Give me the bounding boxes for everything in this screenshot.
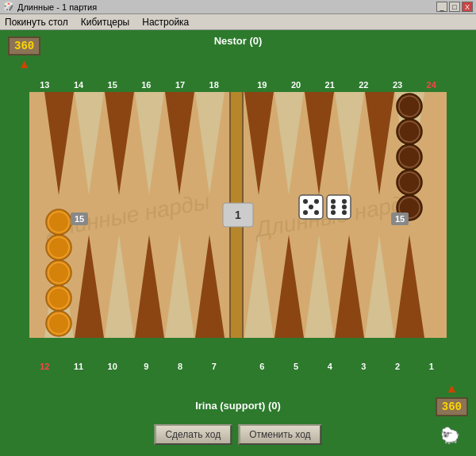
action-buttons: Сделать ход Отменить ход <box>154 424 321 445</box>
window-title: Длинные - 1 партия <box>17 2 97 12</box>
game-board[interactable]: Длинные нарды Длинные нарды 15 15 1 <box>29 92 447 338</box>
num-bottom-3: 3 <box>347 362 381 371</box>
num-bottom-11: 11 <box>62 362 96 371</box>
num-top-19: 19 <box>245 80 279 90</box>
svg-point-70 <box>342 210 347 215</box>
num-bottom-1: 1 <box>414 362 448 371</box>
num-bottom-8: 8 <box>163 362 198 371</box>
svg-point-62 <box>303 210 308 215</box>
svg-point-67 <box>331 205 336 209</box>
numbers-bottom-row: 12 11 10 9 8 7 6 5 4 3 2 1 <box>28 359 448 374</box>
menu-bar: Покинуть стол Кибитцеры Настройка <box>0 14 476 30</box>
score-bottom: 360 <box>436 397 468 416</box>
score-top: 360 <box>8 36 40 56</box>
num-bottom-5: 5 <box>279 362 313 371</box>
score-bottom-container: ▲ 360 <box>436 381 468 416</box>
svg-text:1: 1 <box>235 209 241 221</box>
num-top-23: 23 <box>381 80 415 90</box>
menu-kibitzers[interactable]: Кибитцеры <box>81 17 129 28</box>
svg-point-48 <box>46 260 71 285</box>
menu-settings[interactable]: Настройка <box>142 17 189 28</box>
maximize-button[interactable]: □ <box>449 2 460 12</box>
svg-point-60 <box>314 199 319 204</box>
make-move-button[interactable]: Сделать ход <box>154 424 232 445</box>
player-bottom-info: Irina (support) (0) <box>195 400 281 412</box>
num-bottom-4: 4 <box>313 362 347 371</box>
svg-point-61 <box>309 205 313 209</box>
cancel-move-button[interactable]: Отменить ход <box>238 424 321 445</box>
game-area: Nestor (0) 360 ▲ 13 14 15 16 17 18 19 20… <box>0 30 476 456</box>
num-top-24: 24 <box>414 80 448 90</box>
num-top-16: 16 <box>129 80 163 90</box>
svg-point-34 <box>397 119 422 144</box>
num-bottom-6: 6 <box>245 362 279 371</box>
num-bottom-10: 10 <box>95 362 129 371</box>
num-bottom-12: 12 <box>28 362 62 371</box>
svg-point-65 <box>331 199 336 204</box>
svg-point-38 <box>397 170 422 195</box>
num-top-14: 14 <box>62 80 96 90</box>
num-top-20: 20 <box>279 80 313 90</box>
window-icon: 🎲 <box>3 2 14 12</box>
num-top-13: 13 <box>28 80 62 90</box>
svg-point-50 <box>46 235 71 260</box>
title-bar: 🎲 Длинные - 1 партия _ □ X <box>0 0 476 14</box>
player-bottom-name: Irina (support) (0) <box>195 400 281 412</box>
numbers-top-row: 13 14 15 16 17 18 19 20 21 22 23 24 <box>28 78 448 92</box>
num-top-15: 15 <box>95 80 129 90</box>
player-top-info: Nestor (0) <box>214 35 263 47</box>
arrow-bottom-icon: ▲ <box>445 381 458 395</box>
num-top-18: 18 <box>197 80 231 90</box>
player-top-name: Nestor (0) <box>214 35 263 47</box>
num-bottom-9: 9 <box>129 362 163 371</box>
sheep-icon: 🐑 <box>440 426 460 445</box>
svg-point-46 <box>46 285 71 311</box>
menu-leave[interactable]: Покинуть стол <box>5 17 68 28</box>
svg-point-32 <box>397 94 422 119</box>
svg-rect-64 <box>327 195 351 219</box>
num-top-17: 17 <box>163 80 198 90</box>
svg-text:15: 15 <box>395 214 405 224</box>
svg-point-66 <box>342 199 347 204</box>
svg-point-44 <box>46 311 71 336</box>
num-top-22: 22 <box>347 80 381 90</box>
score-top-container: 360 ▲ <box>8 36 40 71</box>
svg-point-36 <box>397 144 422 170</box>
svg-point-68 <box>342 205 347 209</box>
minimize-button[interactable]: _ <box>436 2 447 12</box>
svg-text:15: 15 <box>75 214 84 224</box>
num-bottom-7: 7 <box>197 362 231 371</box>
arrow-top-icon: ▲ <box>18 57 31 71</box>
num-bottom-2: 2 <box>381 362 415 371</box>
close-button[interactable]: X <box>462 2 473 12</box>
svg-point-69 <box>331 210 336 215</box>
num-top-21: 21 <box>313 80 347 90</box>
svg-point-52 <box>46 209 71 235</box>
svg-point-59 <box>303 199 308 204</box>
svg-point-63 <box>314 210 319 215</box>
